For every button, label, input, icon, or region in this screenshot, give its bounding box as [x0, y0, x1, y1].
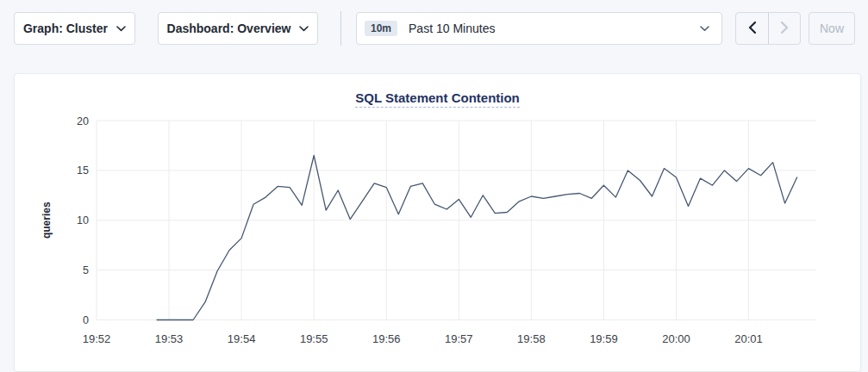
y-tick-label: 20: [77, 115, 89, 127]
dashboard-dropdown-label: Dashboard: Overview: [167, 22, 291, 35]
x-tick-label: 19:56: [372, 332, 401, 345]
time-range-label: Past 10 Minutes: [409, 22, 495, 35]
x-tick-label: 19:53: [155, 332, 184, 345]
chevron-down-icon: [700, 26, 709, 32]
graph-dropdown-label: Graph: Cluster: [23, 22, 108, 35]
y-tick-label: 5: [83, 264, 89, 276]
chart-title[interactable]: SQL Statement Contention: [355, 90, 520, 108]
now-button[interactable]: Now: [809, 12, 855, 45]
x-tick-label: 19:55: [300, 332, 328, 345]
y-tick-label: 15: [77, 164, 89, 177]
dashboard-dropdown[interactable]: Dashboard: Overview: [158, 12, 318, 45]
chevron-down-icon: [116, 26, 126, 32]
next-time-button[interactable]: [768, 13, 800, 44]
chevron-left-icon: [748, 22, 756, 36]
x-tick-label: 20:01: [734, 332, 763, 345]
chart-title-row: SQL Statement Contention: [15, 90, 860, 108]
x-tick-label: 19:58: [517, 332, 546, 345]
chevron-down-icon: [299, 26, 309, 32]
toolbar-divider: [340, 11, 341, 46]
x-tick-label: 19:57: [445, 332, 473, 345]
chevron-right-icon: [781, 22, 789, 36]
previous-time-button[interactable]: [736, 13, 768, 44]
series-line: [157, 156, 797, 320]
y-axis-label: queries: [41, 202, 53, 239]
now-button-label: Now: [820, 22, 844, 35]
sql-contention-chart[interactable]: 0510152019:5219:5319:5419:5519:5619:5719…: [15, 108, 860, 367]
time-range-dropdown[interactable]: 10m Past 10 Minutes: [356, 12, 722, 45]
chart-card: SQL Statement Contention 0510152019:5219…: [14, 73, 861, 372]
x-tick-label: 19:54: [228, 332, 256, 345]
x-tick-label: 20:00: [662, 332, 690, 345]
time-range-badge: 10m: [365, 21, 397, 36]
toolbar: Graph: Cluster Dashboard: Overview 10m P…: [0, 0, 868, 57]
x-tick-label: 19:52: [83, 332, 111, 345]
time-shift-button-group: [735, 12, 801, 45]
x-tick-label: 19:59: [590, 332, 618, 345]
y-tick-label: 0: [83, 314, 89, 326]
y-tick-label: 10: [77, 214, 89, 226]
graph-dropdown[interactable]: Graph: Cluster: [14, 12, 135, 45]
